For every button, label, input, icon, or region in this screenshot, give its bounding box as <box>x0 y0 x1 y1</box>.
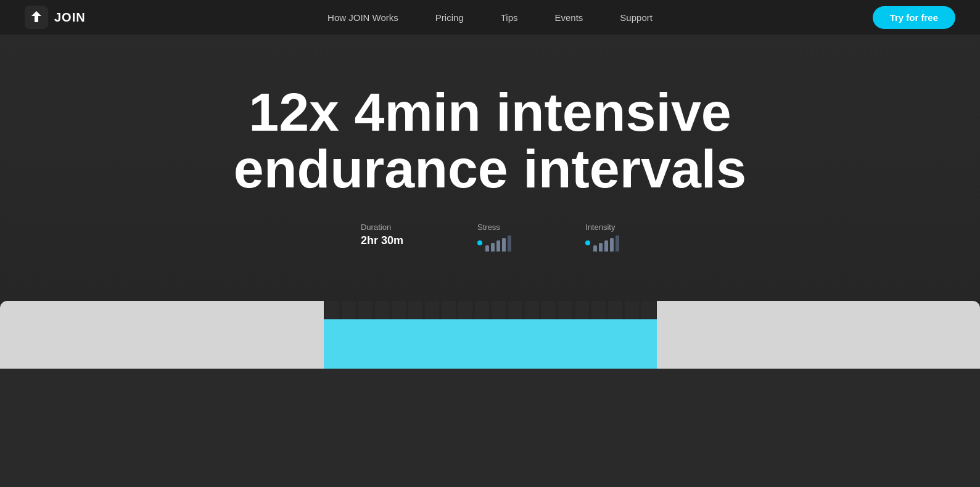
tooth-4 <box>375 301 389 319</box>
tooth-1 <box>325 301 339 319</box>
tooth-10 <box>475 301 489 319</box>
tooth-14 <box>541 301 556 319</box>
stress-bar-2 <box>491 243 495 252</box>
hero-title-line2: endurance intervals <box>234 138 746 199</box>
stat-intensity: Intensity <box>585 223 619 252</box>
stress-bar-4 <box>502 238 506 252</box>
viz-right-block <box>657 301 981 369</box>
viz-teeth-row <box>324 301 657 319</box>
nav-links: How JOIN Works Pricing Tips Events Suppo… <box>327 12 653 23</box>
tooth-20 <box>641 301 656 319</box>
stat-stress-label: Stress <box>477 223 500 232</box>
hero-title: 12x 4min intensive endurance intervals <box>234 84 746 198</box>
tooth-7 <box>425 301 439 319</box>
stress-bar-3 <box>496 240 500 252</box>
nav-link-tips[interactable]: Tips <box>501 12 518 23</box>
workout-visualization <box>0 301 980 369</box>
tooth-5 <box>392 301 406 319</box>
stat-duration: Duration 2hr 30m <box>361 223 403 247</box>
tooth-2 <box>342 301 356 319</box>
try-for-free-button[interactable]: Try for free <box>873 6 955 29</box>
tooth-13 <box>525 301 539 319</box>
nav-link-events[interactable]: Events <box>554 12 583 23</box>
stat-duration-label: Duration <box>361 223 391 232</box>
viz-center-block <box>324 301 657 369</box>
logo-icon <box>25 6 48 29</box>
tooth-18 <box>608 301 622 319</box>
stat-duration-value: 2hr 30m <box>361 234 403 247</box>
stress-bar-5 <box>508 235 511 252</box>
tooth-6 <box>408 301 422 319</box>
intensity-bar-5 <box>616 235 619 252</box>
tooth-11 <box>492 301 506 319</box>
logo[interactable]: JOIN <box>25 6 86 29</box>
hero-title-line1: 12x 4min intensive <box>249 81 731 142</box>
intensity-bar-chart <box>585 234 619 252</box>
stress-bar-chart <box>477 234 511 252</box>
stress-bar-1 <box>485 245 489 252</box>
tooth-19 <box>625 301 639 319</box>
tooth-15 <box>558 301 572 319</box>
intensity-bar-1 <box>593 245 597 252</box>
tooth-8 <box>442 301 456 319</box>
intensity-bar-2 <box>599 243 603 252</box>
tooth-12 <box>508 301 522 319</box>
stress-dot-icon <box>477 240 482 245</box>
tooth-3 <box>358 301 373 319</box>
tooth-17 <box>591 301 606 319</box>
tooth-16 <box>575 301 589 319</box>
viz-container <box>0 301 980 369</box>
navbar: JOIN How JOIN Works Pricing Tips Events … <box>0 0 980 35</box>
stat-stress: Stress <box>477 223 511 252</box>
viz-left-block <box>0 301 324 369</box>
nav-link-pricing[interactable]: Pricing <box>435 12 464 23</box>
tooth-9 <box>458 301 472 319</box>
intensity-bar-4 <box>610 238 614 252</box>
stats-row: Duration 2hr 30m Stress Intensity <box>361 223 619 252</box>
nav-link-support[interactable]: Support <box>620 12 653 23</box>
nav-link-how-join-works[interactable]: How JOIN Works <box>327 12 398 23</box>
logo-text: JOIN <box>54 10 86 25</box>
intensity-bar-3 <box>604 240 608 252</box>
viz-cyan-block <box>324 319 657 369</box>
hero-section: 12x 4min intensive endurance intervals D… <box>0 35 980 369</box>
stat-intensity-label: Intensity <box>585 223 615 232</box>
intensity-dot-icon <box>585 240 590 245</box>
